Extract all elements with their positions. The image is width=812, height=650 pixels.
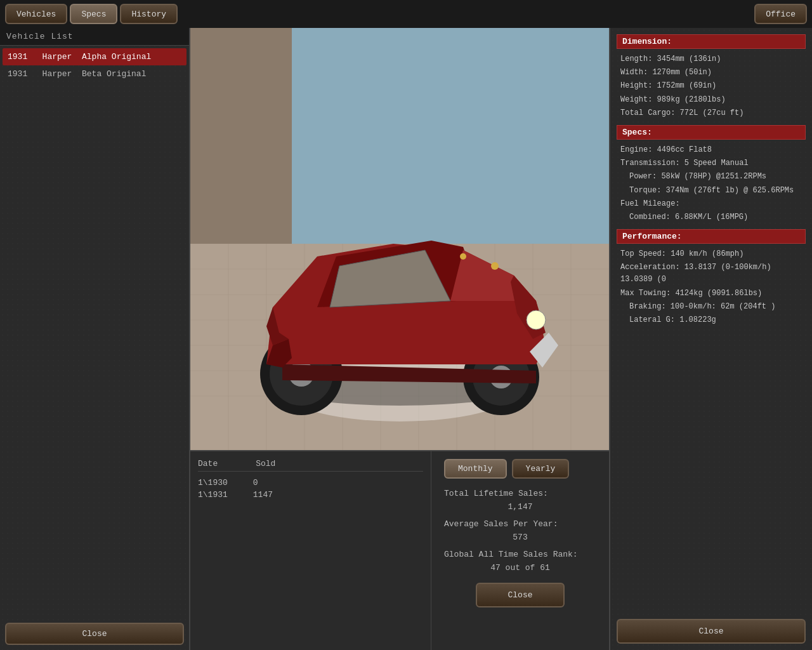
specs-tab[interactable]: Specs bbox=[70, 4, 117, 24]
sales-table-header: Date Sold bbox=[198, 459, 423, 472]
bottom-sales-area: Date Sold 1\1930 0 1\1931 1147 Monthly Y… bbox=[190, 450, 609, 650]
monthly-button[interactable]: Monthly bbox=[444, 459, 507, 479]
sales-row: 1\1931 1147 bbox=[198, 489, 423, 501]
history-tab[interactable]: History bbox=[120, 4, 178, 24]
left-panel: Vehicle List 1931 Harper Alpha Original … bbox=[0, 28, 190, 650]
vehicle-item[interactable]: 1931 Harper Alpha Original bbox=[3, 48, 187, 65]
vehicle-list-title: Vehicle List bbox=[0, 28, 189, 46]
sold-cell: 0 bbox=[253, 478, 258, 488]
spec-acceleration: Acceleration: 13.8137 (0-100km/h) 13.038… bbox=[617, 261, 806, 286]
top-nav: Vehicles Specs History Office bbox=[0, 0, 812, 28]
spec-transmission: Transmission: 5 Speed Manual bbox=[617, 157, 806, 170]
right-panel: Dimension: Length: 3454mm (136in) Width:… bbox=[609, 28, 812, 650]
dimension-section-title: Dimension: bbox=[617, 34, 806, 49]
spec-fuel-combined: Combined: 6.88KM/L (16MPG) bbox=[617, 211, 806, 224]
close-button-left[interactable]: Close bbox=[5, 623, 184, 645]
specs-section-title: Specs: bbox=[617, 125, 806, 140]
spec-fuel-label: Fuel Mileage: bbox=[617, 197, 806, 211]
spec-height: Height: 1752mm (69in) bbox=[617, 79, 806, 93]
vehicle-list: 1931 Harper Alpha Original 1931 Harper B… bbox=[0, 46, 189, 618]
performance-section-title: Performance: bbox=[617, 229, 806, 244]
svg-point-32 bbox=[460, 253, 466, 260]
svg-point-30 bbox=[527, 310, 546, 329]
sold-column-header: Sold bbox=[256, 459, 275, 468]
sales-table: Date Sold 1\1930 0 1\1931 1147 bbox=[190, 451, 431, 650]
spec-torque: Torque: 374Nm (276ft lb) @ 625.6RPMs bbox=[617, 184, 806, 197]
center-area: Date Sold 1\1930 0 1\1931 1147 Monthly Y… bbox=[190, 28, 609, 650]
sales-row: 1\1930 0 bbox=[198, 477, 423, 489]
svg-rect-2 bbox=[190, 28, 292, 244]
date-cell: 1\1931 bbox=[198, 490, 228, 500]
spec-engine: Engine: 4496cc Flat8 bbox=[617, 143, 806, 157]
car-scene-svg bbox=[190, 28, 609, 450]
spec-braking: Braking: 100-0km/h: 62m (204ft ) bbox=[617, 300, 806, 314]
spec-lateral-g: Lateral G: 1.08223g bbox=[617, 314, 806, 327]
sales-stats: Monthly Yearly Total Lifetime Sales: 1,1… bbox=[431, 451, 609, 650]
vehicle-item[interactable]: 1931 Harper Beta Original bbox=[3, 65, 187, 83]
sold-cell: 1147 bbox=[253, 490, 273, 500]
period-toggle-group: Monthly Yearly bbox=[444, 459, 596, 479]
global-rank-label: Global All Time Sales Rank: bbox=[444, 550, 596, 559]
close-button-right[interactable]: Close bbox=[617, 619, 806, 644]
spec-power: Power: 58kW (78HP) @1251.2RPMs bbox=[617, 170, 806, 183]
spec-length: Length: 3454mm (136in) bbox=[617, 53, 806, 66]
lifetime-sales-label: Total Lifetime Sales: bbox=[444, 489, 596, 498]
date-cell: 1\1930 bbox=[198, 478, 228, 488]
yearly-button[interactable]: Yearly bbox=[512, 459, 570, 479]
avg-sales-label: Average Sales Per Year: bbox=[444, 519, 596, 529]
date-column-header: Date bbox=[198, 459, 218, 468]
global-rank-value: 47 out of 61 bbox=[444, 563, 596, 573]
svg-point-31 bbox=[491, 262, 499, 270]
spec-max-towing: Max Towing: 4124kg (9091.86lbs) bbox=[617, 287, 806, 300]
vehicles-tab[interactable]: Vehicles bbox=[5, 4, 67, 24]
spec-top-speed: Top Speed: 140 km/h (86mph) bbox=[617, 248, 806, 261]
office-button[interactable]: Office bbox=[754, 4, 807, 24]
car-display bbox=[190, 28, 609, 450]
close-button-bottom-stats[interactable]: Close bbox=[476, 583, 565, 607]
spec-weight: Weight: 989kg (2180lbs) bbox=[617, 93, 806, 107]
avg-sales-value: 573 bbox=[444, 533, 596, 542]
spec-cargo: Total Cargo: 772L (27cu ft) bbox=[617, 107, 806, 120]
lifetime-sales-value: 1,147 bbox=[444, 502, 596, 512]
spec-width: Width: 1270mm (50in) bbox=[617, 66, 806, 79]
